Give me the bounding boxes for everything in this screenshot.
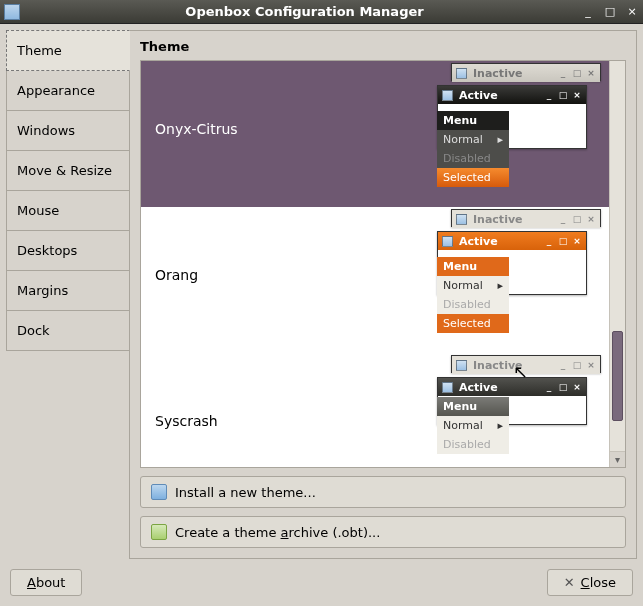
tab-desktops[interactable]: Desktops — [6, 230, 130, 271]
preview-inactive-window: Inactive_□× — [451, 209, 601, 227]
preview-menu: Menu Normal▸ Disabled Selected — [437, 111, 509, 187]
preview-menu-normal: Normal▸ — [437, 130, 509, 149]
preview-inactive-label: Inactive — [471, 67, 554, 80]
preview-close-icon: × — [586, 360, 596, 370]
window-titlebar: Openbox Configuration Manager _ □ × — [0, 0, 643, 24]
theme-preview: Inactive_□× Active_□× Menu Normal▸ Disab… — [351, 207, 609, 213]
preview-menu-disabled: Disabled — [437, 435, 509, 454]
create-archive-label: Create a theme archive (.obt)... — [175, 525, 380, 540]
window-icon — [442, 382, 453, 393]
content-pane: Theme ↖ Onyx-Citrus Inactive_□× Active_□… — [129, 30, 637, 559]
theme-list-scrollbar[interactable]: ▾ — [609, 61, 625, 467]
create-archive-button[interactable]: Create a theme archive (.obt)... — [140, 516, 626, 548]
preview-close-icon: × — [572, 382, 582, 392]
tab-move-resize[interactable]: Move & Resize — [6, 150, 130, 191]
window-icon — [442, 236, 453, 247]
theme-row-syscrash[interactable]: Syscrash Inactive_□× Active_□× Menu — [141, 353, 609, 453]
about-label: About — [27, 575, 65, 590]
preview-min-icon: _ — [558, 214, 568, 224]
preview-menu: Menu Normal▸ Disabled — [437, 397, 509, 454]
preview-min-icon: _ — [544, 236, 554, 246]
window-body: Theme Appearance Windows Move & Resize M… — [0, 24, 643, 606]
archive-icon — [151, 524, 167, 540]
app-icon — [4, 4, 20, 20]
tab-dock[interactable]: Dock — [6, 310, 130, 351]
preview-close-icon: × — [586, 68, 596, 78]
theme-preview: Inactive_□× Active_□× Menu Normal▸ Disab… — [351, 353, 609, 359]
preview-active-label: Active — [457, 89, 540, 102]
tab-theme[interactable]: Theme — [6, 30, 130, 71]
preview-menu-disabled: Disabled — [437, 295, 509, 314]
close-label: Close — [581, 575, 616, 590]
dialog-footer: About ✕ Close — [6, 559, 637, 600]
maximize-button[interactable]: □ — [603, 5, 617, 18]
preview-menu-normal: Normal▸ — [437, 276, 509, 295]
minimize-button[interactable]: _ — [581, 5, 595, 18]
tab-windows[interactable]: Windows — [6, 110, 130, 151]
scrollbar-down-icon[interactable]: ▾ — [610, 451, 625, 467]
theme-name: Orang — [141, 207, 351, 283]
preview-min-icon: _ — [544, 90, 554, 100]
scrollbar-thumb[interactable] — [612, 331, 623, 421]
window-title: Openbox Configuration Manager — [28, 4, 581, 19]
preview-close-icon: × — [572, 236, 582, 246]
install-theme-button[interactable]: Install a new theme... — [140, 476, 626, 508]
preview-max-icon: □ — [572, 360, 582, 370]
install-theme-label: Install a new theme... — [175, 485, 316, 500]
preview-menu: Menu Normal▸ Disabled Selected — [437, 257, 509, 333]
preview-menu-selected: Selected — [437, 314, 509, 333]
preview-menu-selected: Selected — [437, 168, 509, 187]
preview-max-icon: □ — [558, 90, 568, 100]
close-button[interactable]: ✕ Close — [547, 569, 633, 596]
preview-inactive-window: Inactive_□× — [451, 63, 601, 81]
preview-menu-disabled: Disabled — [437, 149, 509, 168]
close-icon: ✕ — [564, 575, 575, 590]
tab-margins[interactable]: Margins — [6, 270, 130, 311]
preview-close-icon: × — [586, 214, 596, 224]
preview-inactive-label: Inactive — [471, 359, 554, 372]
disk-icon — [151, 484, 167, 500]
tab-appearance[interactable]: Appearance — [6, 70, 130, 111]
window-icon — [456, 214, 467, 225]
preview-max-icon: □ — [558, 382, 568, 392]
preview-menu-title: Menu — [437, 397, 509, 416]
theme-list: ↖ Onyx-Citrus Inactive_□× Active_□× — [140, 60, 626, 468]
preview-max-icon: □ — [558, 236, 568, 246]
preview-min-icon: _ — [558, 68, 568, 78]
window-icon — [456, 360, 467, 371]
close-window-button[interactable]: × — [625, 5, 639, 18]
window-icon — [456, 68, 467, 79]
preview-inactive-label: Inactive — [471, 213, 554, 226]
preview-min-icon: _ — [558, 360, 568, 370]
preview-active-label: Active — [457, 235, 540, 248]
tab-mouse[interactable]: Mouse — [6, 190, 130, 231]
theme-name: Syscrash — [141, 353, 351, 429]
theme-row-onyx-citrus[interactable]: Onyx-Citrus Inactive_□× Active_□× Menu — [141, 61, 609, 207]
preview-menu-normal: Normal▸ — [437, 416, 509, 435]
theme-row-orang[interactable]: Orang Inactive_□× Active_□× Menu — [141, 207, 609, 353]
preview-active-label: Active — [457, 381, 540, 394]
preview-inactive-window: Inactive_□× — [451, 355, 601, 373]
theme-name: Onyx-Citrus — [141, 61, 351, 137]
about-button[interactable]: About — [10, 569, 82, 596]
preview-close-icon: × — [572, 90, 582, 100]
preview-menu-title: Menu — [437, 111, 509, 130]
category-tabs: Theme Appearance Windows Move & Resize M… — [6, 30, 130, 559]
content-heading: Theme — [140, 39, 626, 54]
preview-max-icon: □ — [572, 68, 582, 78]
theme-preview: Inactive_□× Active_□× Menu Normal▸ Disab… — [351, 61, 609, 67]
preview-menu-title: Menu — [437, 257, 509, 276]
preview-max-icon: □ — [572, 214, 582, 224]
preview-min-icon: _ — [544, 382, 554, 392]
window-icon — [442, 90, 453, 101]
